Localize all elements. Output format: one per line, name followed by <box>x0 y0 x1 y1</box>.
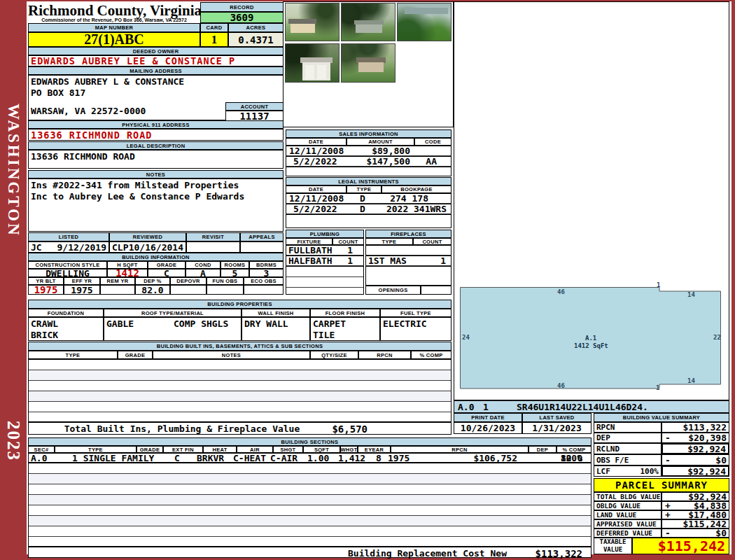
ecoobs-value <box>244 285 284 295</box>
record-value: 3609 <box>200 12 284 23</box>
wall-finish-header: WALL FINISH <box>241 309 310 317</box>
sec-dep-header: DEP <box>528 446 556 453</box>
ps-land-label: LAND VALUE <box>594 510 662 519</box>
property-photo-4 <box>285 43 340 83</box>
openings-label: OPENINGS <box>365 286 421 295</box>
sec-rpcn-header: RPCN <box>391 446 528 453</box>
sales-date-header: DATE <box>286 138 346 146</box>
sales-row-2: 5/2/2022 $147,500 AA <box>286 156 451 167</box>
sketch-dim-top: 46 <box>557 288 565 295</box>
value-summary-title: BUILDING VALUE SUMMARY <box>594 413 729 422</box>
sketch-dim-bottom-notch: 1 <box>656 384 659 391</box>
acres-value: 0.4371 <box>228 32 284 47</box>
replacement-value: $113,322 <box>505 548 582 559</box>
property-photo-2 <box>341 3 396 41</box>
builtins-type-header: TYPE <box>28 351 118 359</box>
revisit-header: REVISIT <box>186 232 240 241</box>
roof-type-value: GABLE <box>106 319 134 330</box>
sec-air-header: AIR <box>237 446 273 453</box>
sketch-dim-right: 22 <box>713 334 721 341</box>
remyr-header: REM YR <box>100 277 135 285</box>
listed-value: JC9/12/2019 <box>28 241 109 253</box>
reviewed-value: CLP10/16/2014 <box>109 241 186 253</box>
replacement-label: Building Replacement Cost New <box>348 549 507 559</box>
instruments-row-2: 5/2/2022 D 2022 341WRS <box>286 204 451 214</box>
ps-taxable-label: TAXABLE VALUE <box>594 538 632 554</box>
plumbing-title: PLUMBING <box>286 230 364 238</box>
builtins-total-value: $6,570 <box>301 424 368 435</box>
ecoobs-header: ECO OBS <box>244 277 284 285</box>
sections-empty-rows <box>28 463 592 547</box>
vs-lcf-value: $92,924 <box>662 465 729 477</box>
fireplaces-row-2: 1ST MAS1 <box>365 255 451 266</box>
depovr-value <box>170 285 206 295</box>
fireplaces-empty-area <box>365 266 451 286</box>
mailing-line2: PO BOX 817 <box>31 88 85 99</box>
builtins-comp-header: % COMP <box>411 351 451 359</box>
county-subtitle: Commissioner of the Revenue, PO Box 366,… <box>28 18 200 23</box>
roof-material-value: COMP SHGLS <box>174 319 228 330</box>
legal-description-header: LEGAL DESCRIPTION <box>28 141 284 150</box>
vs-dep-label: DEP <box>594 433 662 443</box>
instruments-type-header: TYPE <box>346 186 382 193</box>
floor-finish-header: FLOOR FINISH <box>310 309 380 317</box>
physical-address-header: PHYSICAL 911 ADDRESS <box>28 120 284 129</box>
mailing-line1: EDWARDS AUBREY L & CONSTANCE <box>31 77 184 88</box>
plumbing-row-2: HALFBATH1 <box>286 255 364 266</box>
builtins-total-label: Total Built Ins, Plumbing & Fireplace Va… <box>56 424 308 435</box>
sketch-dim-top-notch: 1 <box>657 281 660 288</box>
builtins-grade-header: GRADE <box>118 351 153 359</box>
last-saved-value: 1/31/2023 <box>522 422 592 434</box>
notes-line1: Ins #2022-341 from Milstead Properties <box>31 181 239 191</box>
cond-value: A <box>186 269 220 277</box>
instruments-row-1: 12/11/2008 D 274 178 <box>286 193 451 204</box>
mailing-address-header: MAILING ADDRESS <box>28 66 284 75</box>
remyr-value <box>100 285 135 295</box>
foundation-value-2: BRICK <box>31 330 58 341</box>
openings-value <box>421 286 451 295</box>
district-spine-label: WASHINGTON <box>0 90 27 251</box>
card-header: CARD <box>200 23 228 32</box>
builtins-notes-header: NOTES <box>153 351 310 359</box>
sales-row-1: 12/11/2008 $89,800 <box>286 146 451 156</box>
builtins-qty-header: QTY/SIZE <box>310 351 358 359</box>
effyr-value: 1975 <box>64 285 100 295</box>
effyr-header: EFF YR <box>64 277 100 285</box>
fireplaces-count-header: COUNT <box>413 238 451 245</box>
fireplaces-row-1 <box>365 245 451 255</box>
floor-finish-value-1: CARPET <box>313 319 346 330</box>
notes-header: NOTES <box>28 170 284 178</box>
sec-grade-header: GRADE <box>136 446 163 453</box>
building-props-title: BUILDING PROPERTIES <box>28 300 451 309</box>
legal-description-value: 13636 RICHMOND ROAD <box>31 152 135 162</box>
ps-taxable-value: $115,242 <box>632 538 729 554</box>
vs-lcf-label: LCF100% <box>594 465 662 477</box>
sketch-dim-bottom-right: 14 <box>687 377 695 384</box>
sketch-card: 1 <box>483 402 489 413</box>
sales-code-header: CODE <box>414 138 451 146</box>
grade-value: C <box>148 269 186 277</box>
revisit-value <box>186 241 240 253</box>
instruments-title: LEGAL INSTRUMENTS <box>286 177 451 186</box>
property-record-card: WASHINGTON 2023 Richmond County, Virgini… <box>0 0 735 560</box>
fuel-type-value: ELECTRIC <box>383 319 427 330</box>
ps-deferred-label: DEFERRED VALUE <box>594 528 662 538</box>
vs-obs-label: OBS F/E <box>594 454 662 465</box>
appeals-value <box>240 241 284 253</box>
sketch-sec: A.0 <box>458 402 474 413</box>
bdrms-value: 3 <box>249 269 284 277</box>
funobs-value <box>206 285 244 295</box>
mailing-city: WARSAW, VA 22572-0000 <box>31 106 146 117</box>
foundation-header: FOUNDATION <box>28 309 104 317</box>
plumbing-row-1: FULLBATH1 <box>286 245 364 255</box>
vs-rclnd-label: RCLND <box>594 443 662 454</box>
sec-comp-header: % COMP <box>556 446 592 453</box>
account-header: ACCOUNT <box>225 102 284 111</box>
vs-rclnd-value: $92,924 <box>662 443 729 454</box>
notes-line2: Inc to Aubrey Lee & Constance P Edwards <box>31 192 244 202</box>
sections-row: A.0 1 SINGLE FAMILY C BRKVR C-HEAT C-AIR… <box>28 453 592 463</box>
sec-heat-header: HEAT <box>203 446 237 453</box>
foundation-value-1: CRAWL <box>31 319 58 330</box>
last-saved-header: LAST SAVED <box>522 413 592 422</box>
fuel-type-header: FUEL TYPE <box>380 309 451 317</box>
